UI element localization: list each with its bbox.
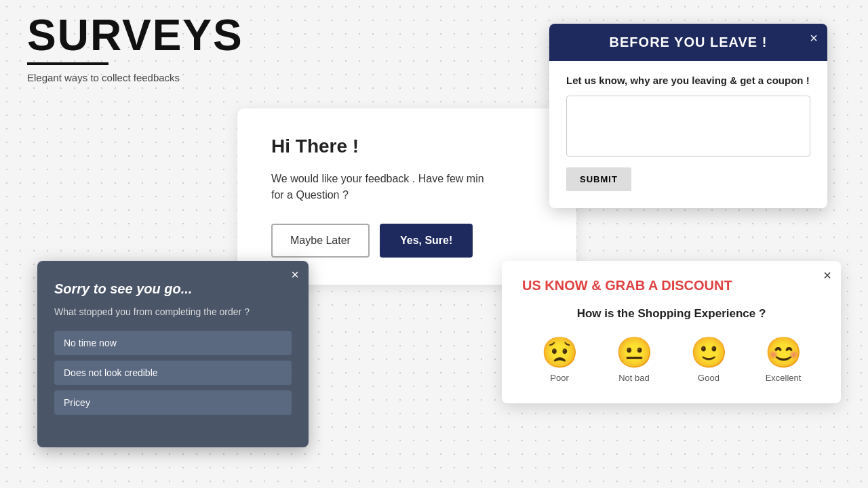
card-message: We would like your feedback . Have few m… xyxy=(271,171,542,203)
exit-popup-close-button[interactable]: × xyxy=(291,268,299,281)
page-subtitle: Elegant ways to collect feedbacks xyxy=(27,72,243,83)
discount-title-prefix: US KNOW & GRAB A xyxy=(522,278,661,293)
yes-sure-button[interactable]: Yes, Sure! xyxy=(380,224,473,258)
before-leave-title: BEFORE YOU LEAVE ! xyxy=(610,35,768,49)
emoji-row: 😟 Poor 😐 Not bad 🙂 Good 😊 Excellent xyxy=(522,338,821,383)
before-leave-close-button[interactable]: × xyxy=(810,30,818,46)
emoji-excellent[interactable]: 😊 Excellent xyxy=(765,338,802,383)
discount-popup: × US KNOW & GRAB A DISCOUNT How is the S… xyxy=(502,261,841,403)
good-emoji-icon: 🙂 xyxy=(690,338,728,367)
page-title: SURVEYS xyxy=(27,14,243,57)
exit-option-3[interactable]: Pricey xyxy=(54,390,292,415)
emoji-good[interactable]: 🙂 Good xyxy=(690,338,728,383)
maybe-later-button[interactable]: Maybe Later xyxy=(271,224,370,258)
before-leave-header: BEFORE YOU LEAVE ! × xyxy=(549,24,827,61)
poor-emoji-icon: 😟 xyxy=(541,338,578,367)
before-leave-submit-button[interactable]: SUBMIT xyxy=(566,167,631,191)
card-buttons: Maybe Later Yes, Sure! xyxy=(271,224,542,258)
notbad-emoji-label: Not bad xyxy=(618,373,650,383)
discount-popup-close-button[interactable]: × xyxy=(823,268,831,283)
excellent-emoji-label: Excellent xyxy=(766,373,802,383)
exit-option-1[interactable]: No time now xyxy=(54,331,292,355)
exit-popup-question: What stopped you from completing the ord… xyxy=(54,306,292,317)
emoji-poor[interactable]: 😟 Poor xyxy=(541,338,578,383)
excellent-emoji-icon: 😊 xyxy=(765,338,802,367)
discount-title: US KNOW & GRAB A DISCOUNT xyxy=(522,278,821,293)
page-divider xyxy=(27,62,108,65)
main-feedback-card: Hi There ! We would like your feedback .… xyxy=(237,108,576,285)
discount-title-highlight: DISCOUNT xyxy=(661,278,732,293)
exit-option-2[interactable]: Does not look credible xyxy=(54,361,292,385)
exit-popup: × Sorry to see you go... What stopped yo… xyxy=(37,261,309,447)
before-leave-popup: BEFORE YOU LEAVE ! × Let us know, why ar… xyxy=(549,24,827,208)
before-leave-message: Let us know, why are you leaving & get a… xyxy=(566,75,810,86)
before-leave-textarea[interactable] xyxy=(566,96,810,157)
card-greeting: Hi There ! xyxy=(271,136,542,157)
page-header: SURVEYS Elegant ways to collect feedback… xyxy=(27,14,243,83)
good-emoji-label: Good xyxy=(698,373,719,383)
emoji-notbad[interactable]: 😐 Not bad xyxy=(616,338,653,383)
notbad-emoji-icon: 😐 xyxy=(616,338,653,367)
exit-popup-title: Sorry to see you go... xyxy=(54,281,292,297)
shopping-question: How is the Shopping Experience ? xyxy=(522,307,821,321)
before-leave-body: Let us know, why are you leaving & get a… xyxy=(549,61,827,208)
poor-emoji-label: Poor xyxy=(550,373,568,383)
